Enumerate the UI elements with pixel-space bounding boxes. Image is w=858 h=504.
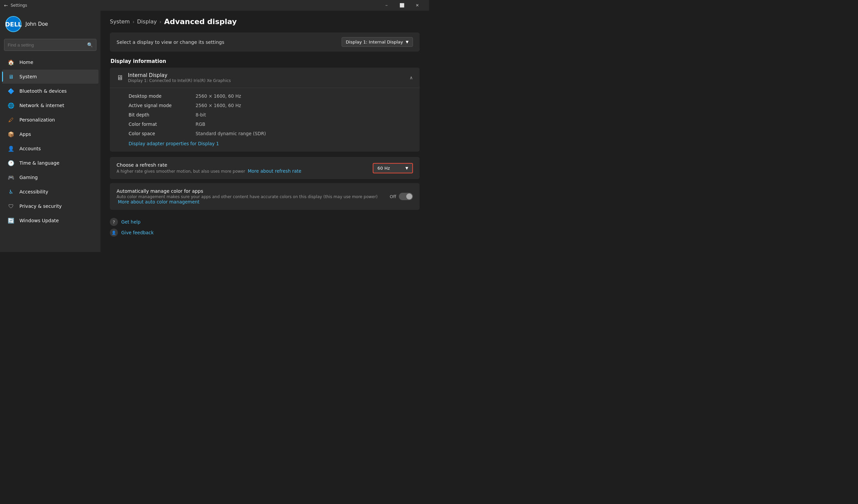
- search-icon: 🔍: [87, 42, 93, 48]
- dell-logo: DELL: [5, 16, 21, 32]
- sidebar-item-network[interactable]: 🌐 Network & internet: [2, 98, 98, 112]
- display-name: Internal Display: [128, 72, 231, 78]
- sidebar-item-personalization[interactable]: 🖊 Personalization: [2, 113, 98, 127]
- get-help-item[interactable]: ? Get help: [110, 218, 419, 226]
- info-key-bitdepth: Bit depth: [129, 112, 195, 117]
- search-input[interactable]: [8, 43, 84, 48]
- get-help-icon: ?: [110, 218, 118, 226]
- toggle-knob: [406, 193, 412, 199]
- color-management-desc: Auto color management makes sure your ap…: [116, 194, 390, 205]
- chevron-up-icon[interactable]: ∧: [410, 75, 413, 80]
- time-icon: 🕐: [7, 159, 15, 167]
- sidebar-item-label: Apps: [19, 131, 31, 137]
- sidebar: DELL John Doe 🔍 🏠 Home 🖥 System 🔷 Blueto…: [0, 11, 100, 252]
- sidebar-item-label: Privacy & security: [19, 204, 62, 209]
- info-row-colorformat: Color format RGB: [129, 119, 413, 129]
- sidebar-item-home[interactable]: 🏠 Home: [2, 55, 98, 69]
- sidebar-item-bluetooth[interactable]: 🔷 Bluetooth & devices: [2, 84, 98, 98]
- give-feedback-icon: 👤: [110, 229, 118, 237]
- breadcrumb: System › Display › Advanced display: [110, 17, 419, 26]
- sidebar-item-system[interactable]: 🖥 System: [2, 70, 98, 84]
- color-management-card: Automatically manage color for apps Auto…: [110, 183, 419, 210]
- sidebar-item-accounts[interactable]: 👤 Accounts: [2, 142, 98, 156]
- info-row-desktop: Desktop mode 2560 × 1600, 60 Hz: [129, 91, 413, 101]
- display-dropdown-value: Display 1: Internal Display: [346, 39, 403, 45]
- refresh-rate-desc: A higher rate gives smoother motion, but…: [116, 168, 373, 174]
- breadcrumb-display[interactable]: Display: [137, 18, 157, 25]
- display-info-table: Desktop mode 2560 × 1600, 60 Hz Active s…: [110, 88, 419, 151]
- color-management-title: Automatically manage color for apps: [116, 189, 390, 194]
- info-value-signal: 2560 × 1600, 60 Hz: [195, 103, 241, 108]
- sidebar-item-label: Accessibility: [19, 189, 48, 194]
- adapter-link-row: Display adapter properties for Display 1: [129, 141, 413, 146]
- info-value-colorspace: Standard dynamic range (SDR): [195, 131, 266, 136]
- info-value-bitdepth: 8-bit: [195, 112, 206, 117]
- bottom-links: ? Get help 👤 Give feedback: [110, 218, 419, 237]
- info-key-colorformat: Color format: [129, 121, 195, 127]
- info-row-signal: Active signal mode 2560 × 1600, 60 Hz: [129, 101, 413, 110]
- breadcrumb-sep1: ›: [133, 19, 134, 25]
- dropdown-chevron-icon: ▼: [406, 40, 409, 44]
- display-selector-label: Select a display to view or change its s…: [116, 39, 224, 45]
- display-adapter-link[interactable]: Display adapter properties for Display 1: [129, 141, 219, 146]
- refresh-rate-dropdown[interactable]: 60 Hz ▼: [373, 163, 413, 173]
- minimize-button[interactable]: −: [379, 0, 394, 11]
- home-icon: 🏠: [7, 59, 15, 66]
- accessibility-icon: ♿: [7, 188, 15, 195]
- sidebar-item-label: Network & internet: [19, 103, 64, 108]
- display-sub: Display 1: Connected to Intel(R) Iris(R)…: [128, 78, 231, 83]
- sidebar-item-label: Accounts: [19, 146, 41, 151]
- breadcrumb-system[interactable]: System: [110, 18, 130, 25]
- privacy-icon: 🛡: [7, 202, 15, 210]
- color-management-row: Automatically manage color for apps Auto…: [116, 189, 413, 205]
- get-help-link[interactable]: Get help: [121, 219, 141, 225]
- titlebar-left: ← Settings: [4, 3, 27, 8]
- app-layout: DELL John Doe 🔍 🏠 Home 🖥 System 🔷 Blueto…: [0, 11, 429, 252]
- refresh-rate-link[interactable]: More about refresh rate: [248, 168, 301, 174]
- color-management-link[interactable]: More about auto color management: [118, 199, 200, 205]
- maximize-button[interactable]: ⬜: [394, 0, 410, 11]
- refresh-rate-card: Choose a refresh rate A higher rate give…: [110, 157, 419, 179]
- sidebar-item-label: Home: [19, 60, 33, 65]
- close-button[interactable]: ✕: [410, 0, 425, 11]
- sidebar-item-update[interactable]: 🔄 Windows Update: [2, 213, 98, 228]
- refresh-rate-left: Choose a refresh rate A higher rate give…: [116, 162, 373, 174]
- display-selector-dropdown[interactable]: Display 1: Internal Display ▼: [341, 37, 413, 47]
- display-info-header: 🖥 Internal Display Display 1: Connected …: [110, 68, 419, 88]
- titlebar: ← Settings − ⬜ ✕: [0, 0, 429, 11]
- back-icon[interactable]: ←: [4, 3, 8, 8]
- update-icon: 🔄: [7, 217, 15, 224]
- info-row-colorspace: Color space Standard dynamic range (SDR): [129, 129, 413, 138]
- network-icon: 🌐: [7, 102, 15, 109]
- display-selector-bar: Select a display to view or change its s…: [110, 32, 419, 51]
- breadcrumb-sep2: ›: [159, 19, 161, 25]
- info-key-colorspace: Color space: [129, 131, 195, 136]
- toggle-container: Off: [390, 193, 413, 200]
- sidebar-item-accessibility[interactable]: ♿ Accessibility: [2, 185, 98, 199]
- accounts-icon: 👤: [7, 145, 15, 152]
- apps-icon: 📦: [7, 131, 15, 138]
- sidebar-nav: 🏠 Home 🖥 System 🔷 Bluetooth & devices 🌐 …: [0, 55, 100, 228]
- sidebar-item-label: Windows Update: [19, 218, 59, 223]
- info-key-desktop: Desktop mode: [129, 93, 195, 99]
- sidebar-item-apps[interactable]: 📦 Apps: [2, 127, 98, 141]
- user-profile[interactable]: DELL John Doe: [0, 11, 100, 36]
- search-box[interactable]: 🔍: [4, 39, 96, 51]
- search-container: 🔍: [0, 36, 100, 55]
- sidebar-item-gaming[interactable]: 🎮 Gaming: [2, 170, 98, 184]
- breadcrumb-current: Advanced display: [164, 17, 237, 26]
- bluetooth-icon: 🔷: [7, 87, 15, 95]
- sidebar-item-time[interactable]: 🕐 Time & language: [2, 156, 98, 170]
- sidebar-item-label: System: [19, 74, 37, 79]
- sidebar-item-privacy[interactable]: 🛡 Privacy & security: [2, 199, 98, 213]
- info-value-desktop: 2560 × 1600, 60 Hz: [195, 93, 241, 99]
- info-row-bitdepth: Bit depth 8-bit: [129, 110, 413, 119]
- monitor-icon: 🖥: [116, 74, 123, 82]
- give-feedback-link[interactable]: Give feedback: [121, 230, 154, 235]
- titlebar-title: Settings: [11, 3, 27, 8]
- main-content: System › Display › Advanced display Sele…: [100, 11, 429, 252]
- sidebar-item-label: Time & language: [19, 160, 59, 166]
- give-feedback-item[interactable]: 👤 Give feedback: [110, 229, 419, 237]
- display-info-section-heading: Display information: [110, 58, 419, 64]
- color-management-toggle[interactable]: [399, 193, 413, 200]
